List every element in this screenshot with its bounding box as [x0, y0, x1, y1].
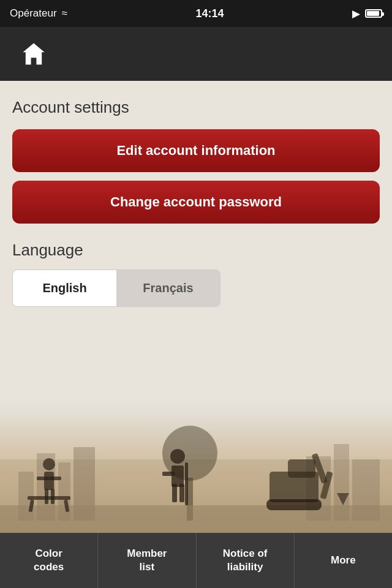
status-bar: Opérateur ≈ 14:14 ▶: [0, 0, 392, 27]
edit-account-button[interactable]: Edit account information: [12, 129, 380, 172]
nav-bar: [0, 27, 392, 81]
svg-rect-23: [172, 484, 177, 502]
location-icon: ▶: [352, 7, 360, 20]
home-button[interactable]: [12, 32, 55, 75]
svg-rect-11: [44, 472, 54, 490]
svg-rect-22: [162, 472, 175, 476]
battery-icon: [365, 9, 382, 18]
svg-rect-24: [179, 484, 184, 502]
language-french-button[interactable]: Français: [116, 270, 220, 306]
svg-rect-31: [266, 499, 322, 510]
tab-notice-of-liability-label: Notice ofliability: [223, 547, 268, 574]
status-time: 14:14: [195, 7, 224, 20]
tab-more[interactable]: More: [295, 533, 392, 588]
tab-member-list[interactable]: Memberlist: [98, 533, 196, 588]
construction-image: [0, 398, 392, 533]
tab-member-list-label: Memberlist: [127, 547, 167, 574]
language-english-button[interactable]: English: [13, 270, 116, 306]
svg-rect-10: [0, 505, 392, 533]
svg-rect-27: [288, 459, 315, 478]
svg-rect-14: [49, 477, 61, 480]
tab-more-label: More: [331, 554, 356, 567]
svg-rect-17: [28, 496, 70, 500]
main-content: Account settings Edit account informatio…: [0, 81, 392, 307]
svg-point-20: [170, 449, 185, 464]
tab-notice-of-liability[interactable]: Notice ofliability: [197, 533, 295, 588]
change-password-button[interactable]: Change account password: [12, 181, 380, 224]
account-settings-title: Account settings: [12, 98, 380, 117]
status-right: ▶: [352, 7, 382, 20]
silhouette-container: [0, 410, 392, 533]
carrier-label: Opérateur: [10, 7, 57, 20]
language-section: Language English Français: [12, 241, 380, 307]
wifi-icon: ≈: [62, 7, 67, 20]
status-left: Opérateur ≈: [10, 7, 67, 20]
tab-color-codes-label: Colorcodes: [34, 547, 64, 574]
tab-color-codes[interactable]: Colorcodes: [0, 533, 98, 588]
svg-point-12: [43, 458, 55, 470]
svg-rect-13: [37, 477, 49, 480]
home-icon: [20, 40, 47, 67]
language-toggle: English Français: [12, 270, 221, 307]
svg-rect-25: [185, 462, 188, 505]
language-title: Language: [12, 241, 380, 260]
svg-rect-21: [172, 466, 184, 487]
tab-bar: Colorcodes Memberlist Notice ofliability…: [0, 533, 392, 588]
construction-silhouette: [0, 410, 392, 533]
